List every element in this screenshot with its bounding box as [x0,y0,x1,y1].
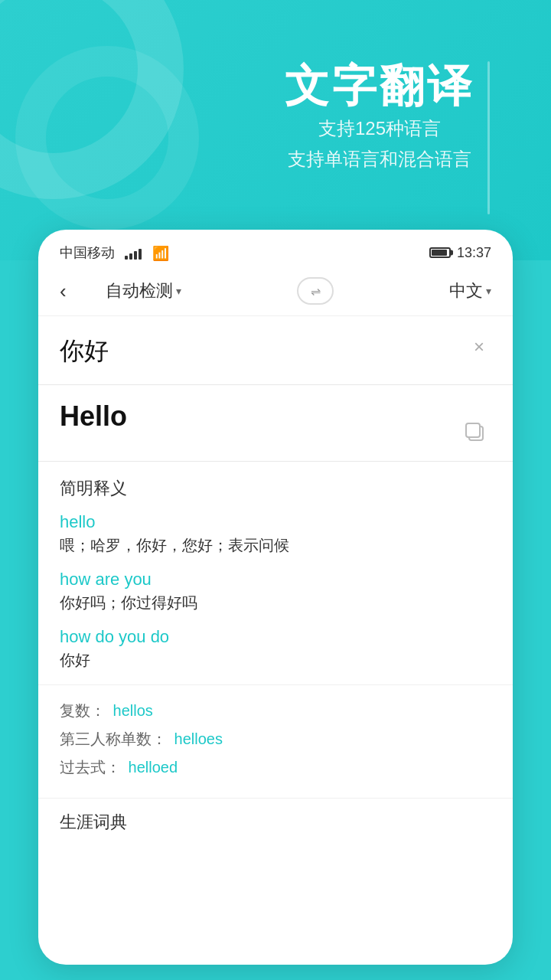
wifi-icon: 📶 [152,245,169,262]
definition-entry-2: how are you 你好吗；你过得好吗 [60,570,491,613]
plural-value: hellos [113,702,153,719]
input-text[interactable]: 你好 [60,335,491,368]
copy-button[interactable] [464,421,491,449]
signal-icons: 📶 [125,245,169,262]
back-button[interactable]: ‹ [60,279,87,303]
bottom-section: 生涯词典 [38,798,513,834]
third-person-value: helloes [174,730,223,747]
copy-icon [464,421,485,443]
status-bar: 中国移动 📶 13:37 [38,230,513,270]
target-chevron-icon: ▾ [486,285,491,297]
target-language-selector[interactable]: 中文 ▾ [449,279,491,302]
past-tense-label: 过去式： [60,759,121,776]
definitions-section: 简明释义 hello 喂；哈罗，你好，您好；表示问候 how are you 你… [38,462,513,671]
svg-rect-1 [466,423,480,437]
decorative-circle-2 [15,46,199,230]
source-lang-label: 自动检测 [106,279,173,302]
third-person-label: 第三人称单数： [60,730,167,747]
nav-bar: ‹ 自动检测 ▾ ⇌ 中文 ▾ [38,270,513,316]
battery-icon [429,247,451,258]
definition-entry-1: hello 喂；哈罗，你好，您好；表示问候 [60,512,491,556]
translation-result: Hello [60,400,491,433]
header-subtitle-2: 支持单语言和混合语言 [285,147,474,172]
decorative-divider [487,61,490,214]
app-title: 文字翻译 [285,61,474,110]
swap-icon: ⇌ [311,284,321,299]
target-lang-label: 中文 [449,279,483,302]
def-meaning-3: 你好 [60,650,491,671]
plural-label: 复数： [60,702,106,719]
time-label: 13:37 [457,245,491,261]
plural-form: 复数： hellos [60,701,491,721]
past-tense-value: helloed [129,759,178,776]
third-person-form: 第三人称单数： helloes [60,729,491,750]
def-phrase-1[interactable]: hello [60,512,491,532]
header-subtitle-1: 支持125种语言 [285,116,474,141]
phone-card: 中国移动 📶 13:37 ‹ 自动检测 ▾ ⇌ [38,230,513,965]
status-right: 13:37 [429,245,491,261]
header-content: 文字翻译 支持125种语言 支持单语言和混合语言 [285,61,474,172]
swap-languages-button[interactable]: ⇌ [297,277,334,305]
word-forms-section: 复数： hellos 第三人称单数： helloes 过去式： helloed [38,684,513,798]
def-meaning-2: 你好吗；你过得好吗 [60,593,491,613]
def-phrase-2[interactable]: how are you [60,570,491,590]
carrier-label: 中国移动 📶 [60,243,169,262]
clear-button[interactable]: × [467,335,491,359]
def-meaning-1: 喂；哈罗，你好，您好；表示问候 [60,535,491,556]
input-area: 你好 × [38,316,513,385]
definition-entry-3: how do you do 你好 [60,627,491,671]
result-area: Hello [38,385,513,462]
bottom-section-title: 生涯词典 [60,811,491,834]
app-header: 文字翻译 支持125种语言 支持单语言和混合语言 [0,0,551,260]
source-chevron-icon: ▾ [176,285,181,297]
definitions-title: 简明释义 [60,477,491,500]
signal-strength-icon [125,247,142,260]
source-language-selector[interactable]: 自动检测 ▾ [106,279,181,302]
def-phrase-3[interactable]: how do you do [60,627,491,647]
past-tense-form: 过去式： helloed [60,757,491,778]
